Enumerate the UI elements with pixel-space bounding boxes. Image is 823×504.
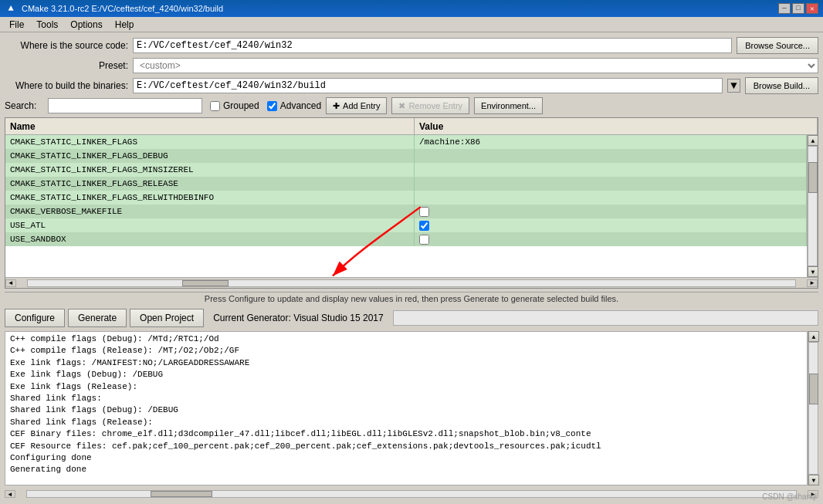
browse-build-button[interactable]: Browse Build... <box>745 77 818 94</box>
menu-options[interactable]: Options <box>64 18 108 32</box>
search-label: Search: <box>5 100 43 111</box>
output-vscrollbar[interactable]: ▲ ▼ <box>808 331 818 485</box>
grouped-label: Grouped <box>223 100 259 111</box>
table-cell-name: USE_ATL <box>5 218 415 232</box>
table-cell-checkbox[interactable] <box>419 207 429 217</box>
browse-source-button[interactable]: Browse Source... <box>737 37 818 54</box>
table-cell-value <box>415 177 807 191</box>
output-vscroll-down-btn[interactable]: ▼ <box>808 475 819 485</box>
output-vscroll-thumb[interactable] <box>809 374 818 404</box>
output-area: C++ compile flags (Debug): /MTd;/RTC1;/O… <box>5 331 808 485</box>
build-label: Where to build the binaries: <box>5 80 128 91</box>
table-row[interactable]: USE_SANDBOX <box>5 232 807 246</box>
action-row: Configure Generate Open Project Current … <box>5 308 818 328</box>
generate-button[interactable]: Generate <box>68 309 127 327</box>
add-icon: ✚ <box>333 101 340 111</box>
vscroll-thumb[interactable] <box>808 162 818 193</box>
table-cell-value[interactable] <box>415 205 807 218</box>
preset-select[interactable]: <custom> <box>133 58 818 73</box>
maximize-button[interactable]: □ <box>792 3 804 14</box>
remove-icon: ✖ <box>398 101 405 111</box>
output-vscroll-up-btn[interactable]: ▲ <box>808 331 819 342</box>
output-line: Generating done <box>10 464 802 475</box>
output-line: Shared link flags (Release): <box>10 417 802 428</box>
menu-help[interactable]: Help <box>109 18 141 32</box>
source-input[interactable] <box>133 38 732 53</box>
output-line: C++ compile flags (Release): /MT;/O2;/Ob… <box>10 345 802 357</box>
table-scroll-area: CMAKE_STATIC_LINKER_FLAGS/machine:X86CMA… <box>5 135 818 277</box>
menu-tools[interactable]: Tools <box>30 18 64 32</box>
table-cell-name: CMAKE_VERBOSE_MAKEFILE <box>5 205 415 218</box>
output-vscroll-track[interactable] <box>808 342 818 475</box>
grouped-group: Grouped <box>210 100 259 111</box>
table-row[interactable]: USE_ATL <box>5 218 807 232</box>
output-content: C++ compile flags (Debug): /MTd;/RTC1;/O… <box>5 332 807 485</box>
table-row[interactable]: CMAKE_STATIC_LINKER_FLAGS_RELWITHDEBINFO <box>5 191 807 205</box>
add-entry-button[interactable]: ✚ Add Entry <box>326 97 387 114</box>
output-hscrollbar[interactable]: ◄ ► <box>5 489 818 499</box>
close-button[interactable]: ✕ <box>806 3 818 14</box>
table-cell-name: CMAKE_STATIC_LINKER_FLAGS_DEBUG <box>5 149 415 163</box>
name-column-header: Name <box>5 118 415 134</box>
table-cell-value[interactable] <box>415 232 807 246</box>
table-body[interactable]: CMAKE_STATIC_LINKER_FLAGS/machine:X86CMA… <box>5 135 807 277</box>
table-cell-checkbox[interactable] <box>419 235 429 245</box>
open-project-button[interactable]: Open Project <box>130 309 204 327</box>
advanced-label: Advanced <box>280 100 321 111</box>
minimize-button[interactable]: ─ <box>778 3 791 14</box>
output-line: C++ compile flags (Debug): /MTd;/RTC1;/O… <box>10 333 802 345</box>
output-line: Shared link flags (Debug): /DEBUG <box>10 404 802 416</box>
add-entry-label: Add Entry <box>343 101 380 110</box>
grouped-checkbox[interactable] <box>210 101 220 111</box>
table-row[interactable]: CMAKE_VERBOSE_MAKEFILE <box>5 205 807 218</box>
vscroll-track[interactable] <box>808 146 818 266</box>
hscroll-track[interactable] <box>27 279 796 287</box>
output-line: Exe link flags: /MANIFEST:NO;/LARGEADDRE… <box>10 357 802 369</box>
environment-button[interactable]: Environment... <box>474 97 543 114</box>
advanced-group: Advanced <box>267 100 321 111</box>
output-section: C++ compile flags (Debug): /MTd;/RTC1;/O… <box>5 331 818 485</box>
table-row[interactable]: CMAKE_STATIC_LINKER_FLAGS_RELEASE <box>5 177 807 191</box>
build-row: Where to build the binaries: ▼ Browse Bu… <box>5 77 818 94</box>
source-row: Where is the source code: Browse Source.… <box>5 37 818 54</box>
table-cell-name: CMAKE_STATIC_LINKER_FLAGS_RELEASE <box>5 177 415 191</box>
output-line: CEF Resource files: cef.pak;cef_100_perc… <box>10 441 802 452</box>
watermark: CSDN @shanql <box>762 492 817 501</box>
menu-file[interactable]: File <box>3 18 30 32</box>
hscroll-left-btn[interactable]: ◄ <box>5 279 16 287</box>
table-row[interactable]: CMAKE_STATIC_LINKER_FLAGS_DEBUG <box>5 149 807 163</box>
table-cell-name: CMAKE_STATIC_LINKER_FLAGS_MINSIZEREL <box>5 163 415 177</box>
table-hscrollbar[interactable]: ◄ ► <box>5 277 818 288</box>
hscroll-thumb[interactable] <box>182 280 229 286</box>
build-dropdown-btn[interactable]: ▼ <box>727 79 740 93</box>
output-hscroll-track[interactable] <box>26 490 797 498</box>
remove-entry-label: Remove Entry <box>408 101 462 110</box>
configure-button[interactable]: Configure <box>5 309 65 327</box>
preset-label: Preset: <box>5 60 128 71</box>
build-input[interactable] <box>133 78 723 93</box>
table-cell-name: USE_SANDBOX <box>5 232 415 246</box>
table-row[interactable]: CMAKE_STATIC_LINKER_FLAGS_MINSIZEREL <box>5 163 807 177</box>
output-hscroll-left-btn[interactable]: ◄ <box>5 490 15 498</box>
preset-row: Preset: <custom> <box>5 57 818 74</box>
window-controls: ─ □ ✕ <box>778 3 818 14</box>
hscroll-right-btn[interactable]: ► <box>807 279 818 287</box>
table-cell-value[interactable] <box>415 218 807 232</box>
advanced-checkbox[interactable] <box>267 101 277 111</box>
table-cell-name: CMAKE_STATIC_LINKER_FLAGS_RELWITHDEBINFO <box>5 191 415 205</box>
generator-label: Current Generator: Visual Studio 15 2017 <box>207 313 390 323</box>
menubar: File Tools Options Help <box>0 17 823 32</box>
vscroll-down-btn[interactable]: ▼ <box>808 266 818 277</box>
main-content: Where is the source code: Browse Source.… <box>0 32 823 504</box>
vscroll-up-btn[interactable]: ▲ <box>808 135 818 146</box>
table-vscrollbar[interactable]: ▲ ▼ <box>807 135 818 277</box>
output-line: Exe link flags (Debug): /DEBUG <box>10 369 802 381</box>
table-row[interactable]: CMAKE_STATIC_LINKER_FLAGS/machine:X86 <box>5 135 807 149</box>
status-message: Press Configure to update and display ne… <box>5 292 818 305</box>
remove-entry-button[interactable]: ✖ Remove Entry <box>391 97 469 114</box>
search-input[interactable] <box>48 98 202 113</box>
output-hscroll-thumb[interactable] <box>151 491 212 497</box>
table-cell-value <box>415 163 807 177</box>
table-cell-value: /machine:X86 <box>415 135 807 149</box>
table-cell-checkbox[interactable] <box>419 221 429 231</box>
